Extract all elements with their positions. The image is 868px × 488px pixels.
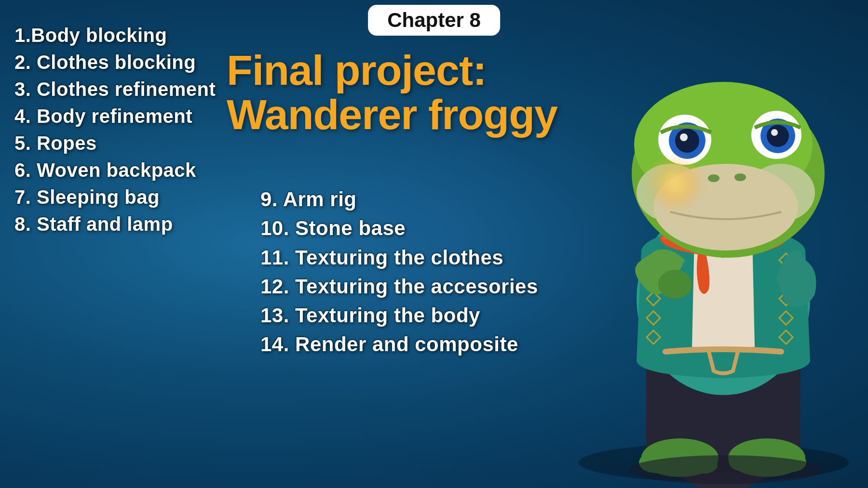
right-list-item-13: 13. Texturing the body bbox=[260, 304, 637, 327]
svg-point-39 bbox=[734, 173, 746, 181]
title-area: Final project: Wanderer froggy bbox=[227, 48, 699, 137]
right-list-item-11: 11. Texturing the clothes bbox=[260, 246, 637, 269]
svg-point-37 bbox=[771, 129, 778, 136]
svg-point-36 bbox=[767, 125, 789, 147]
list-item-4: 4. Body refinement bbox=[14, 105, 227, 127]
list-item-6: 6. Woven backpack bbox=[14, 159, 227, 181]
right-list-item-9: 9. Arm rig bbox=[260, 188, 637, 211]
lantern-glow bbox=[646, 154, 704, 212]
list-item-7: 7. Sleeping bag bbox=[14, 186, 227, 208]
svg-point-38 bbox=[708, 174, 719, 182]
left-list: 1.Body blocking 2. Clothes blocking 3. C… bbox=[14, 24, 227, 240]
right-list-item-10: 10. Stone base bbox=[260, 217, 637, 240]
chapter-badge-text: Chapter 8 bbox=[387, 9, 481, 31]
svg-point-48 bbox=[629, 455, 822, 484]
list-item-3: 3. Clothes refinement bbox=[14, 78, 227, 100]
list-item-2: 2. Clothes blocking bbox=[14, 51, 227, 73]
title-line1: Final project: bbox=[227, 48, 699, 92]
right-list: 9. Arm rig 10. Stone base 11. Texturing … bbox=[260, 188, 637, 362]
chapter-badge: Chapter 8 bbox=[368, 5, 500, 36]
svg-point-24 bbox=[658, 270, 692, 299]
title-line2: Wanderer froggy bbox=[227, 92, 699, 137]
right-list-item-12: 12. Texturing the accesories bbox=[260, 275, 637, 298]
list-item-8: 8. Staff and lamp bbox=[14, 213, 227, 235]
list-item-5: 5. Ropes bbox=[14, 132, 227, 154]
main-title: Final project: Wanderer froggy bbox=[227, 48, 699, 137]
list-item-1: 1.Body blocking bbox=[14, 24, 227, 46]
right-list-item-14: 14. Render and composite bbox=[260, 333, 637, 356]
